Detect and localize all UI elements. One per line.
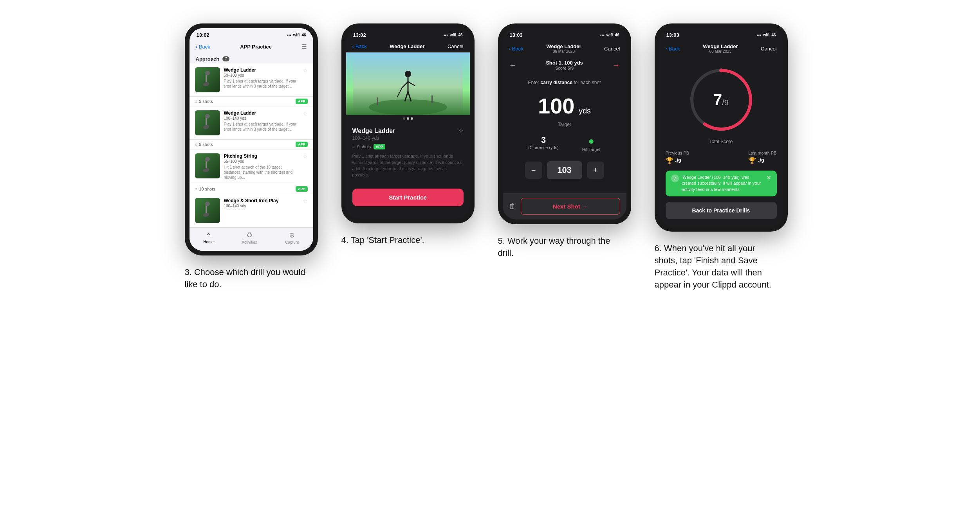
star-icon-2[interactable]: ☆ xyxy=(303,153,308,160)
status-icons-3: ▪▪▪ wifi 46 xyxy=(600,33,619,37)
wifi-icon-3: wifi xyxy=(606,33,613,37)
score-total: 9 xyxy=(724,98,729,107)
shots-icon-1: ○ xyxy=(195,142,198,147)
time-4: 13:03 xyxy=(666,32,679,38)
hamburger-icon-1[interactable]: ☰ xyxy=(302,43,307,50)
drill-info-2: Pitching String 55–100 yds Hit 1 shot at… xyxy=(224,153,299,180)
status-bar-3: 13:03 ▪▪▪ wifi 46 xyxy=(503,28,626,40)
nav-bar-2: ‹ Back Wedge Ladder Cancel xyxy=(346,40,470,52)
signal-icon-4: ▪▪▪ xyxy=(757,33,761,37)
close-banner-button[interactable]: ✕ xyxy=(767,174,771,181)
drill-name-3: Wedge & Short Iron Play xyxy=(224,198,299,203)
back-button-3[interactable]: ‹ Back xyxy=(509,46,523,52)
drill-thumb-img-3 xyxy=(195,198,220,223)
bottom-nav-home[interactable]: ⌂ Home xyxy=(203,231,214,245)
trophy-icon-2: 🏆 xyxy=(748,157,756,164)
shots-icon-2: ○ xyxy=(195,187,198,191)
svg-point-10 xyxy=(202,212,209,218)
star-icon-practice[interactable]: ☆ xyxy=(458,128,464,134)
star-icon-3[interactable]: ☆ xyxy=(303,198,308,204)
star-icon-0[interactable]: ☆ xyxy=(303,67,308,74)
shot-info: Shot 1, 100 yds Score 5/9 xyxy=(546,60,583,70)
input-row: − 103 + xyxy=(509,161,620,179)
phone-screen-1: 13:02 ▪▪▪ wifi 46 ‹ Back APP Practice ☰ xyxy=(190,28,313,251)
chevron-left-icon-3: ‹ xyxy=(509,46,511,52)
drill-item-3[interactable]: Wedge & Short Iron Play 100–140 yds ☆ xyxy=(190,194,313,227)
section-badge: 7 xyxy=(222,56,229,61)
drill-range-3: 100–140 yds xyxy=(224,204,299,208)
hit-target-label: Hit Target xyxy=(582,147,601,152)
phone-screen-2: 13:02 ▪▪▪ wifi 46 ‹ Back Wedge Ladder Ca… xyxy=(346,28,470,219)
bottom-nav-capture[interactable]: ⊕ Capture xyxy=(285,231,299,245)
drill-thumb-3 xyxy=(195,198,220,223)
status-icons-2: ▪▪▪ wifi 46 xyxy=(444,33,462,37)
decrement-button[interactable]: − xyxy=(525,162,542,179)
prev-arrow[interactable]: ← xyxy=(509,61,517,70)
nav-bar-4: ‹ Back Wedge Ladder 06 Mar 2023 Cancel xyxy=(659,40,783,57)
drill-info-0: Wedge Ladder 50–100 yds Play 1 shot at e… xyxy=(224,67,299,89)
bottom-nav-activities[interactable]: ♻ Activities xyxy=(242,231,257,245)
dot-2 xyxy=(407,117,409,120)
caption-1: 3. Choose which drill you would like to … xyxy=(185,266,310,291)
shot-content: Enter carry distance for each shot 100 y… xyxy=(503,74,626,193)
drill-name-0: Wedge Ladder xyxy=(224,67,299,73)
app-badge-1: APP xyxy=(296,142,308,147)
svg-point-5 xyxy=(205,114,210,119)
practice-range: 100–140 yds xyxy=(352,135,395,141)
phone-section-2: 13:02 ▪▪▪ wifi 46 ‹ Back Wedge Ladder Ca… xyxy=(341,23,482,246)
drill-list: Wedge Ladder 50–100 yds Play 1 shot at e… xyxy=(190,63,313,227)
cancel-button-4[interactable]: Cancel xyxy=(761,46,776,52)
svg-point-11 xyxy=(205,201,210,206)
signal-icon-2: ▪▪▪ xyxy=(444,33,448,37)
star-icon-1[interactable]: ☆ xyxy=(303,110,308,117)
wifi-icon-2: wifi xyxy=(450,33,457,37)
status-bar-4: 13:03 ▪▪▪ wifi 46 xyxy=(659,28,783,40)
back-to-drills-button[interactable]: Back to Practice Drills xyxy=(666,202,777,219)
back-button-4[interactable]: ‹ Back xyxy=(666,46,680,52)
difference-value: 3 xyxy=(528,135,558,145)
signal-icon-3: ▪▪▪ xyxy=(600,33,605,37)
previous-pb-value: 🏆 -/9 xyxy=(666,157,689,164)
drill-range-1: 100–140 yds xyxy=(224,116,299,121)
distance-input[interactable]: 103 xyxy=(547,161,582,179)
back-button-1[interactable]: ‹ Back xyxy=(196,44,210,50)
last-month-pb-value: 🏆 -/9 xyxy=(748,157,776,164)
status-bar-2: 13:02 ▪▪▪ wifi 46 xyxy=(346,28,470,40)
svg-point-14 xyxy=(405,71,411,77)
drill-item-0[interactable]: Wedge Ladder 50–100 yds Play 1 shot at e… xyxy=(190,63,313,97)
phone-frame-1: 13:02 ▪▪▪ wifi 46 ‹ Back APP Practice ☰ xyxy=(185,23,318,255)
dot-1 xyxy=(403,117,405,120)
next-shot-button[interactable]: Next Shot → xyxy=(521,198,620,215)
previous-pb-label: Previous PB xyxy=(666,151,689,155)
drill-item-2[interactable]: Pitching String 55–100 yds Hit 1 shot at… xyxy=(190,149,313,184)
drill-footer-1: ○ 9 shots APP xyxy=(190,140,313,149)
drill-item-1[interactable]: Wedge Ladder 100–140 yds Play 1 shot at … xyxy=(190,106,313,140)
next-shot-label: Next Shot → xyxy=(553,203,588,210)
next-arrow[interactable]: → xyxy=(612,61,620,70)
time-1: 13:02 xyxy=(197,32,209,38)
phone-screen-4: 13:03 ▪▪▪ wifi 46 ‹ Back Wedge Ladder xyxy=(659,28,783,227)
total-score-label: Total Score xyxy=(709,139,733,144)
back-button-2[interactable]: ‹ Back xyxy=(352,43,367,49)
trash-icon[interactable]: 🗑 xyxy=(509,202,516,210)
drill-desc-0: Play 1 shot at each target yardage. If y… xyxy=(224,79,299,89)
score-center: 7/9 xyxy=(713,91,729,109)
svg-point-25 xyxy=(719,68,723,72)
increment-button[interactable]: + xyxy=(587,162,604,179)
drill-footer-0: ○ 9 shots APP xyxy=(190,97,313,106)
target-label: Target xyxy=(509,122,620,127)
start-practice-button[interactable]: Start Practice xyxy=(352,189,464,206)
cancel-button-2[interactable]: Cancel xyxy=(448,43,463,49)
score-ring: 7/9 xyxy=(686,65,756,135)
signal-icon-1: ▪▪▪ xyxy=(287,33,291,37)
phone-frame-4: 13:03 ▪▪▪ wifi 46 ‹ Back Wedge Ladder xyxy=(655,23,788,232)
bottom-nav-1: ⌂ Home ♻ Activities ⊕ Capture xyxy=(190,227,313,251)
drill-thumb-img-2 xyxy=(195,153,220,178)
cancel-button-3[interactable]: Cancel xyxy=(604,46,620,52)
capture-icon: ⊕ xyxy=(289,231,295,239)
nav-bar-1: ‹ Back APP Practice ☰ xyxy=(190,40,313,53)
trophy-icon-1: 🏆 xyxy=(666,157,673,164)
drill-thumb-0 xyxy=(195,67,220,92)
phone-section-4: 13:03 ▪▪▪ wifi 46 ‹ Back Wedge Ladder xyxy=(655,23,796,291)
drill-footer-2: ○ 10 shots APP xyxy=(190,184,313,194)
